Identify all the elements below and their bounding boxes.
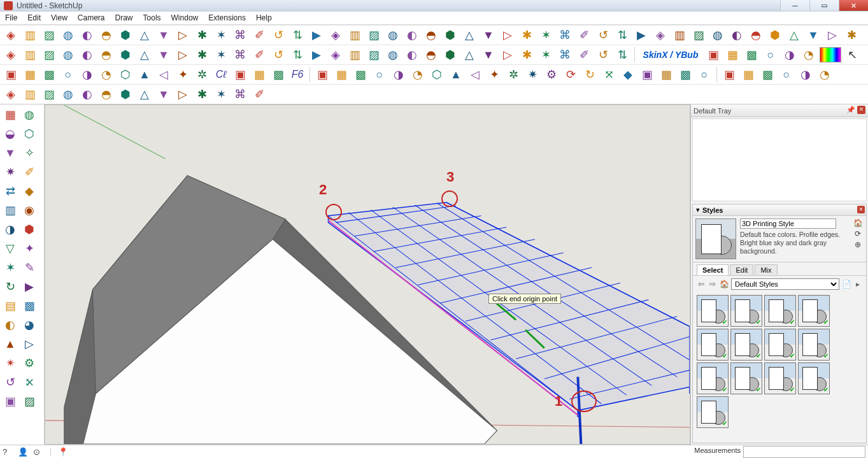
styles-collection-select[interactable]: Default Styles xyxy=(731,278,839,290)
tb1-puzzle-icon[interactable]: ▨ xyxy=(366,27,382,43)
tb1-star-icon[interactable]: ⌘ xyxy=(557,27,573,43)
tb4-half2-icon[interactable]: ✶ xyxy=(213,86,229,103)
left-tool-select-icon[interactable]: ▦ xyxy=(1,106,19,124)
left-tool-curve2-icon[interactable]: ◉ xyxy=(20,201,38,219)
style-thumbnail[interactable]: ✔ xyxy=(764,295,796,327)
tb2-imgs-icon[interactable]: ◐ xyxy=(404,47,420,63)
tb1-shelves-icon[interactable]: ▨ xyxy=(690,27,707,43)
style-thumbnail[interactable]: ✔ xyxy=(697,295,729,327)
pointer-mode-icon[interactable]: ↖ xyxy=(844,47,860,63)
tb3c-grid4-icon[interactable]: ◔ xyxy=(409,66,426,83)
left-tool-follow-icon[interactable]: ✦ xyxy=(20,240,38,257)
styles-nav-forward[interactable]: ⇨ xyxy=(708,280,717,289)
left-tool-hand-icon[interactable]: ▣ xyxy=(1,392,19,410)
left-tool-zoom-icon[interactable]: ↺ xyxy=(1,373,19,391)
tb2x-play-icon[interactable]: ○ xyxy=(762,47,779,63)
left-tool-orbit-icon[interactable]: ✴ xyxy=(1,354,19,372)
tb4-ar-icon[interactable]: ▨ xyxy=(41,86,57,103)
tb3d-globe-icon[interactable]: ▦ xyxy=(740,66,757,83)
tb3c-lc-icon[interactable]: ⟳ xyxy=(562,66,579,83)
style-thumbnail[interactable]: ✔ xyxy=(730,329,762,361)
tb2-tree-icon[interactable]: ✶ xyxy=(537,47,554,63)
tb3c-grid6-icon[interactable]: ▲ xyxy=(448,66,464,83)
window-close-button[interactable]: ✕ xyxy=(839,0,868,11)
tb2-oval-icon[interactable]: ▷ xyxy=(174,47,191,63)
style-thumbnail[interactable]: ✔ xyxy=(764,362,796,394)
left-tool-move-icon[interactable]: ▽ xyxy=(1,240,19,257)
tb1-plane-icon[interactable]: ◍ xyxy=(60,27,76,43)
left-tool-offset-icon[interactable]: ▶ xyxy=(20,278,38,296)
tb1-swirl2-icon[interactable]: ✶ xyxy=(537,27,554,43)
tb1-plus-icon[interactable]: ◈ xyxy=(327,27,344,43)
status-pin-icon[interactable]: 📍 xyxy=(58,447,68,457)
tb1-plane-icon[interactable]: ▨ xyxy=(41,27,57,43)
window-minimize-button[interactable]: – xyxy=(780,0,809,11)
left-tool-scribble-icon[interactable]: ✧ xyxy=(20,144,38,162)
style-refresh-button[interactable]: ⟳ xyxy=(855,229,861,238)
styles-nav-menu[interactable]: ▸ xyxy=(853,280,862,289)
styles-nav-detail[interactable]: 📄 xyxy=(842,280,851,289)
tb3a-paper-icon[interactable]: ✲ xyxy=(194,66,210,83)
tb1-dot-icon[interactable]: ▶ xyxy=(308,27,325,43)
tb3a-mat-icon[interactable]: ▣ xyxy=(3,66,19,83)
styles-tab-mix[interactable]: Mix xyxy=(755,264,777,275)
left-tool-eraser-icon[interactable]: ⬡ xyxy=(20,125,38,143)
tb3c-grid1-icon[interactable]: ▩ xyxy=(352,66,369,83)
tb2-wave-icon[interactable]: ▨ xyxy=(41,47,57,63)
tb4-arch-icon[interactable]: △ xyxy=(136,86,153,103)
menu-item-camera[interactable]: Camera xyxy=(73,12,110,24)
tb2-gear-icon[interactable]: ✱ xyxy=(518,47,535,63)
tb2-arc-icon[interactable]: ◈ xyxy=(3,47,19,63)
tb1-undo-icon[interactable]: ↺ xyxy=(595,27,611,43)
left-tool-arc-icon[interactable]: ✐ xyxy=(20,163,38,181)
tb3c-ld-icon[interactable]: ↻ xyxy=(581,66,598,83)
tb1-swirl-icon[interactable]: ✱ xyxy=(518,27,535,43)
f6-icon[interactable]: F6 xyxy=(289,66,306,83)
style-name-input[interactable] xyxy=(740,218,836,229)
tb2x-s2-icon[interactable]: ▦ xyxy=(724,47,741,63)
styles-panel-header[interactable]: ▾ Styles × xyxy=(693,204,866,216)
tb1-pan-icon[interactable]: ▷ xyxy=(499,27,516,43)
tb4-an-icon[interactable]: ◐ xyxy=(79,86,96,103)
tb1-link-icon[interactable]: ▥ xyxy=(671,27,688,43)
style-thumbnail[interactable]: ✔ xyxy=(798,362,830,394)
tb2-bez2-icon[interactable]: ⬢ xyxy=(117,47,134,63)
tb2-bez-icon[interactable]: ◓ xyxy=(98,47,115,63)
tb4-road-icon[interactable]: ◈ xyxy=(3,86,19,103)
tb1-plane-icon[interactable]: ◓ xyxy=(98,27,115,43)
tb2-person-icon[interactable]: ▷ xyxy=(499,47,516,63)
left-tool-tape-icon[interactable]: ▤ xyxy=(1,297,19,315)
tb3c-comp2-icon[interactable]: ▩ xyxy=(677,66,694,83)
tb1-puzzle2-icon[interactable]: ◍ xyxy=(385,27,401,43)
menu-item-tools[interactable]: Tools xyxy=(138,12,166,24)
tb3c-grid5-icon[interactable]: ⬡ xyxy=(429,66,445,83)
tb1-drape-icon[interactable]: △ xyxy=(786,27,802,43)
tb3c-dot-icon[interactable]: ▦ xyxy=(333,66,350,83)
tb3b-box2-icon[interactable]: ▦ xyxy=(251,66,267,83)
window-maximize-button[interactable]: ▭ xyxy=(809,0,839,11)
style-home-button[interactable]: 🏠 xyxy=(853,218,863,227)
left-tool-rotate-icon[interactable]: ✶ xyxy=(1,259,19,276)
tb2-wave2-icon[interactable]: ◍ xyxy=(60,47,76,63)
left-tool-extrude-icon[interactable]: ✎ xyxy=(20,259,38,276)
tb1-crate-icon[interactable]: ↺ xyxy=(270,27,287,43)
tb2-oshape-icon[interactable]: ▥ xyxy=(346,47,363,63)
tb2-rect-icon[interactable]: △ xyxy=(136,47,153,63)
tb1-shelves2-icon[interactable]: ◍ xyxy=(709,27,726,43)
tb2-rgn-icon[interactable]: ✱ xyxy=(194,47,210,63)
tb3d-cube-b-icon[interactable]: ◑ xyxy=(797,66,814,83)
styles-close-icon[interactable]: × xyxy=(857,206,865,213)
tb1-tri-red-icon[interactable]: ▼ xyxy=(805,27,822,43)
style-thumbnail[interactable]: ✔ xyxy=(697,396,729,428)
left-tool-curve-icon[interactable]: ▥ xyxy=(1,201,19,219)
style-thumbnail[interactable]: ✔ xyxy=(697,362,729,394)
tb3d-cube-g-icon[interactable]: ◔ xyxy=(816,66,833,83)
tb4-x-y-icon[interactable]: ✐ xyxy=(251,86,267,103)
left-tool-walk-icon[interactable]: ▨ xyxy=(20,392,38,410)
tray-pin-icon[interactable]: 📌 xyxy=(846,106,855,114)
tb2-bush2-icon[interactable]: ↺ xyxy=(595,47,611,63)
tb2-zig-icon[interactable]: ◐ xyxy=(79,47,96,63)
tb2-vline-icon[interactable]: ↺ xyxy=(270,47,287,63)
tb2x-stop-icon[interactable]: ◑ xyxy=(781,47,798,63)
left-tool-pie-icon[interactable]: ⇄ xyxy=(1,182,19,200)
